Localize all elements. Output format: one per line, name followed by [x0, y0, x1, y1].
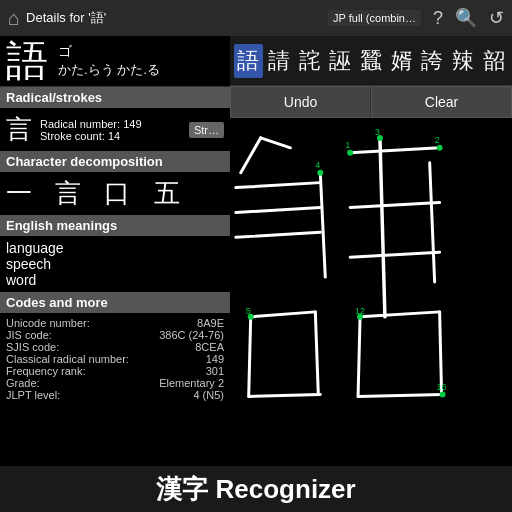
meaning-0: language	[6, 240, 224, 256]
code-label-1: JIS code:	[6, 329, 52, 341]
code-row-4: Frequency rank: 301	[6, 365, 224, 377]
mode-label[interactable]: JP full (combin…	[328, 10, 421, 26]
meanings-header: English meanings	[0, 215, 230, 236]
right-panel: 語請詫誣蠶婿誇辣韶 Undo Clear	[230, 36, 512, 466]
code-value-3: 149	[206, 353, 224, 365]
radical-number-value: 149	[123, 118, 141, 130]
code-value-6: 4 (N5)	[193, 389, 224, 401]
app-title: Details for '語'	[26, 9, 322, 27]
svg-text:1: 1	[345, 140, 350, 150]
code-value-1: 386C (24-76)	[159, 329, 224, 341]
svg-text:12: 12	[355, 306, 365, 316]
kanji-reading-on: ゴ	[58, 43, 160, 61]
meanings-section: language speech word	[0, 236, 230, 292]
decomposition-header: Character decomposition	[0, 151, 230, 172]
similar-kanji-row: 語請詫誣蠶婿誇辣韶	[230, 36, 512, 86]
decomposition-section: 一 言 口 五	[0, 172, 230, 215]
radical-icon: 言	[6, 112, 32, 147]
kanji-readings: ゴ かた.らう かた.る	[58, 43, 160, 79]
code-row-5: Grade: Elementary 2	[6, 377, 224, 389]
bottom-bar: 漢字 Recognizer	[0, 466, 512, 512]
similar-kanji-8[interactable]: 韶	[479, 44, 508, 78]
radical-strokes-header: Radical/strokes	[0, 87, 230, 108]
code-row-3: Classical radical number: 149	[6, 353, 224, 365]
kanji-reading-kun: かた.らう かた.る	[58, 61, 160, 79]
svg-text:16: 16	[437, 382, 447, 392]
app-bottom-title: 漢字 Recognizer	[156, 472, 355, 507]
kanji-header: 語 ゴ かた.らう かた.る	[0, 36, 230, 87]
decomp-characters: 一 言 口 五	[6, 176, 224, 211]
drawing-area[interactable]: 1 2 3 4 5 12 16	[230, 118, 512, 466]
stroke-count-label: Stroke count:	[40, 130, 105, 142]
undo-button[interactable]: Undo	[230, 86, 371, 118]
svg-text:4: 4	[315, 160, 320, 170]
code-value-5: Elementary 2	[159, 377, 224, 389]
similar-kanji-7[interactable]: 辣	[449, 44, 478, 78]
refresh-icon[interactable]: ↺	[489, 7, 504, 29]
drawing-canvas[interactable]: 1 2 3 4 5 12 16	[230, 118, 512, 466]
code-label-3: Classical radical number:	[6, 353, 129, 365]
stroke-button[interactable]: Str…	[189, 122, 224, 138]
code-label-0: Unicode number:	[6, 317, 90, 329]
code-value-2: 8CEA	[195, 341, 224, 353]
clear-button[interactable]: Clear	[371, 86, 512, 118]
search-icon[interactable]: 🔍	[455, 7, 477, 29]
meaning-1: speech	[6, 256, 224, 272]
svg-text:3: 3	[375, 127, 380, 137]
code-row-6: JLPT level: 4 (N5)	[6, 389, 224, 401]
help-icon[interactable]: ?	[433, 8, 443, 29]
radical-number-line: Radical number: 149	[40, 118, 181, 130]
code-value-4: 301	[206, 365, 224, 377]
code-row-1: JIS code: 386C (24-76)	[6, 329, 224, 341]
radical-info: Radical number: 149 Stroke count: 14	[40, 118, 181, 142]
code-row-0: Unicode number: 8A9E	[6, 317, 224, 329]
code-label-2: SJIS code:	[6, 341, 59, 353]
radical-row: 言 Radical number: 149 Stroke count: 14 S…	[0, 108, 230, 151]
stroke-count-line: Stroke count: 14	[40, 130, 181, 142]
code-label-4: Frequency rank:	[6, 365, 85, 377]
code-label-6: JLPT level:	[6, 389, 60, 401]
svg-text:2: 2	[435, 135, 440, 145]
code-label-5: Grade:	[6, 377, 40, 389]
codes-section: Unicode number: 8A9E JIS code: 386C (24-…	[0, 313, 230, 405]
action-row: Undo Clear	[230, 86, 512, 118]
kanji-character: 語	[6, 40, 48, 82]
codes-header: Codes and more	[0, 292, 230, 313]
similar-kanji-4[interactable]: 蠶	[357, 44, 386, 78]
code-value-0: 8A9E	[197, 317, 224, 329]
home-icon[interactable]: ⌂	[8, 7, 20, 30]
radical-number-label: Radical number:	[40, 118, 120, 130]
svg-point-3	[317, 170, 323, 176]
meaning-2: word	[6, 272, 224, 288]
similar-kanji-1[interactable]: 請	[265, 44, 294, 78]
stroke-count-value: 14	[108, 130, 120, 142]
svg-point-1	[437, 145, 443, 151]
code-row-2: SJIS code: 8CEA	[6, 341, 224, 353]
similar-kanji-2[interactable]: 詫	[295, 44, 324, 78]
similar-kanji-6[interactable]: 誇	[418, 44, 447, 78]
left-panel: 語 ゴ かた.らう かた.る Radical/strokes 言 Radical…	[0, 36, 230, 466]
svg-text:5: 5	[246, 306, 251, 316]
top-bar: ⌂ Details for '語' JP full (combin… ? 🔍 ↺	[0, 0, 512, 36]
similar-kanji-0[interactable]: 語	[234, 44, 263, 78]
similar-kanji-5[interactable]: 婿	[387, 44, 416, 78]
similar-kanji-3[interactable]: 誣	[326, 44, 355, 78]
svg-point-0	[347, 150, 353, 156]
